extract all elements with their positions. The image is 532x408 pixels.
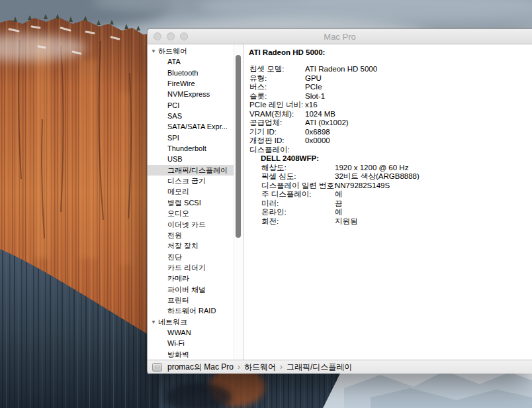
breadcrumb-separator: ›: [238, 362, 240, 372]
breadcrumb-separator: ›: [280, 362, 283, 372]
sidebar-section-header[interactable]: ▼네트워크: [148, 317, 244, 327]
info-label: 기기 ID:: [249, 128, 305, 137]
gpu-rows: 칩셋 모델:ATI Radeon HD 5000유형:GPU버스:PCIe슬롯:…: [249, 65, 527, 154]
info-row: 버스:PCIe: [249, 83, 527, 92]
breadcrumb-item[interactable]: 그래픽/디스플레이: [287, 362, 352, 372]
info-row: 해상도:1920 x 1200 @ 60 Hz: [261, 164, 527, 173]
info-value: 32비트 색상(ARGB8888): [335, 172, 420, 180]
info-label: 버스:: [249, 83, 305, 92]
system-information-window: Mac Pro ▼하드웨어ATABluetoothFireWireNVMExpr…: [147, 28, 532, 372]
sidebar-item[interactable]: SAS: [148, 111, 244, 121]
info-value: 예: [335, 208, 343, 216]
info-label: 슬롯:: [249, 92, 305, 101]
sidebar: ▼하드웨어ATABluetoothFireWireNVMExpressPCISA…: [148, 44, 244, 360]
info-value: Slot-1: [305, 92, 325, 100]
sidebar-item[interactable]: 하드웨어 RAID: [148, 305, 244, 316]
sidebar-item[interactable]: 저장 장치: [148, 240, 244, 251]
info-row: 공급업체:ATI (0x1002): [249, 119, 527, 128]
display-title: DELL 2408WFP:: [261, 154, 527, 164]
info-label: 칩셋 모델:: [249, 65, 305, 74]
sidebar-item[interactable]: 진단: [148, 252, 244, 262]
display-rows: 해상도:1920 x 1200 @ 60 Hz픽셀 심도:32비트 색상(ARG…: [261, 164, 527, 227]
info-value: 0x6898: [305, 128, 330, 136]
window-title: Mac Pro: [324, 32, 355, 42]
window-body: ▼하드웨어ATABluetoothFireWireNVMExpressPCISA…: [148, 44, 532, 360]
breadcrumb: promac의 Mac Pro›하드웨어›그래픽/디스플레이: [166, 362, 353, 373]
sidebar-item[interactable]: FireWire: [148, 78, 244, 89]
info-label: 미러:: [261, 199, 335, 209]
info-value: 1024 MB: [305, 110, 335, 118]
disclosure-triangle-icon[interactable]: ▼: [151, 319, 156, 325]
info-row: 주 디스플레이:예: [261, 190, 527, 199]
gpu-title: ATI Radeon HD 5000:: [249, 48, 527, 56]
info-label: 디스플레이:: [249, 146, 305, 155]
mac-icon: [152, 363, 162, 372]
sidebar-item[interactable]: SPI: [148, 132, 244, 143]
info-row: 회전:지원됨: [261, 217, 527, 227]
window-titlebar[interactable]: Mac Pro: [148, 29, 532, 44]
sidebar-section-header[interactable]: ▼하드웨어: [148, 46, 244, 56]
sidebar-item[interactable]: 카드 리더기: [148, 262, 244, 273]
info-label: 픽셀 심도:: [261, 172, 335, 181]
sidebar-item[interactable]: 방화벽: [148, 349, 244, 360]
info-label: 주 디스플레이:: [261, 190, 335, 199]
info-row: 칩셋 모델:ATI Radeon HD 5000: [249, 65, 527, 74]
sidebar-item[interactable]: Thunderbolt: [148, 143, 244, 154]
sidebar-item[interactable]: 그래픽/디스플레이: [148, 165, 244, 176]
sidebar-item[interactable]: 병렬 SCSI: [148, 197, 244, 208]
info-row: 유형:GPU: [249, 74, 527, 83]
sidebar-item[interactable]: ATA: [148, 56, 244, 67]
sidebar-item[interactable]: Bluetooth: [148, 68, 244, 78]
sidebar-item[interactable]: 전원: [148, 230, 244, 240]
info-value: PCIe: [305, 83, 322, 91]
info-label: 해상도:: [261, 164, 335, 173]
sidebar-item[interactable]: 파이버 채널: [148, 284, 244, 295]
info-label: 공급업체:: [249, 119, 305, 128]
info-value: ATI (0x1002): [305, 119, 349, 127]
info-label: VRAM(전체):: [249, 110, 305, 119]
sidebar-item[interactable]: NVMExpress: [148, 89, 244, 99]
sidebar-scrollbar-thumb[interactable]: [236, 55, 241, 238]
info-value: GPU: [305, 74, 322, 82]
info-row: 픽셀 심도:32비트 색상(ARGB8888): [261, 172, 527, 181]
info-label: 회전:: [261, 217, 335, 227]
info-label: 유형:: [249, 74, 305, 83]
info-label: 디스플레이 일련 번호:: [261, 181, 335, 191]
info-value: NN79282S149S: [335, 181, 390, 189]
info-row: 온라인:예: [261, 208, 527, 217]
sidebar-scrollbar-track[interactable]: [234, 44, 244, 360]
info-value: 예: [335, 190, 343, 198]
info-row: PCIe 레인 너비:x16: [249, 101, 527, 110]
sidebar-item[interactable]: 메모리: [148, 186, 244, 197]
sidebar-item[interactable]: 이더넷 카드: [148, 219, 244, 230]
status-bar: promac의 Mac Pro›하드웨어›그래픽/디스플레이: [148, 360, 532, 374]
sidebar-item[interactable]: 오디오: [148, 208, 244, 219]
breadcrumb-item[interactable]: 하드웨어: [244, 362, 276, 372]
sidebar-item[interactable]: WWAN: [148, 327, 244, 338]
info-label: 온라인:: [261, 208, 335, 217]
report-pane: ATI Radeon HD 5000: 칩셋 모델:ATI Radeon HD …: [244, 44, 532, 360]
sidebar-item[interactable]: USB: [148, 154, 244, 164]
close-button[interactable]: [154, 32, 161, 40]
sidebar-item[interactable]: 디스크 굽기: [148, 176, 244, 186]
sidebar-list: ▼하드웨어ATABluetoothFireWireNVMExpressPCISA…: [148, 44, 244, 360]
info-row: VRAM(전체):1024 MB: [249, 110, 527, 119]
sidebar-item[interactable]: 카메라: [148, 273, 244, 283]
sidebar-item[interactable]: Wi-Fi: [148, 338, 244, 348]
sidebar-item[interactable]: PCI: [148, 100, 244, 111]
sidebar-item[interactable]: SATA/SATA Expr...: [148, 121, 244, 132]
disclosure-triangle-icon[interactable]: ▼: [151, 48, 156, 54]
info-row: 디스플레이:: [249, 146, 527, 155]
info-row: 개정판 ID:0x0000: [249, 136, 527, 146]
info-row: 미러:끔: [261, 199, 527, 209]
info-value: 지원됨: [335, 217, 358, 225]
info-label: 개정판 ID:: [249, 136, 305, 146]
zoom-button[interactable]: [180, 32, 188, 40]
breadcrumb-item[interactable]: promac의 Mac Pro: [167, 362, 234, 372]
traffic-lights: [154, 32, 188, 40]
sidebar-item[interactable]: 프린터: [148, 295, 244, 305]
info-row: 디스플레이 일련 번호:NN79282S149S: [261, 181, 527, 191]
info-row: 기기 ID:0x6898: [249, 128, 527, 137]
info-row: 슬롯:Slot-1: [249, 92, 527, 101]
minimize-button[interactable]: [167, 32, 175, 40]
